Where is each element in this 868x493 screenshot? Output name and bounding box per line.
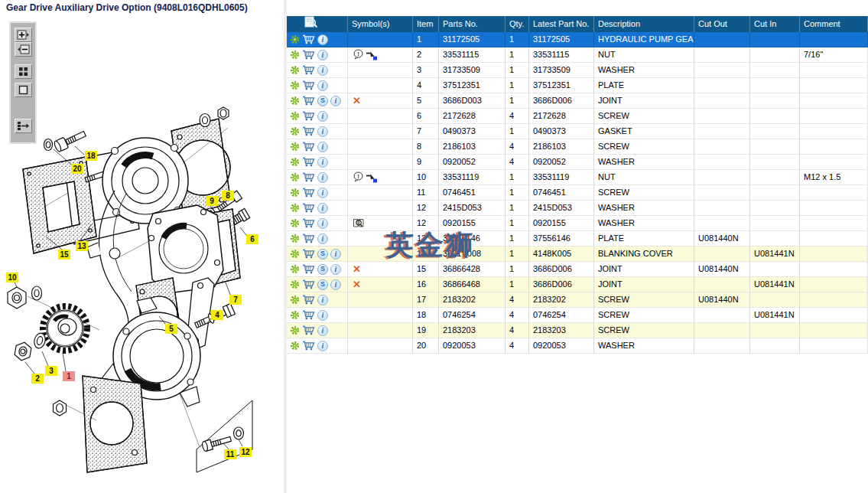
header-comment[interactable]: Comment: [800, 16, 868, 32]
header-latest-part-no-[interactable]: Latest Part No.: [529, 16, 594, 32]
cart-icon[interactable]: [302, 65, 315, 75]
info-icon[interactable]: i: [317, 50, 328, 60]
diagram-item-label[interactable]: 1: [63, 371, 75, 381]
header-icons[interactable]: [287, 16, 348, 32]
info-icon[interactable]: i: [317, 325, 328, 336]
table-row[interactable]: Si✕153686642813686D006JOINTU081440N: [287, 262, 868, 277]
info-icon[interactable]: i: [317, 126, 328, 137]
table-row[interactable]: i8218610342186103SCREW: [287, 139, 868, 155]
gear-icon[interactable]: [290, 126, 300, 136]
table-row[interactable]: i131172505131172505HYDRAULIC PUMP GEAR: [287, 32, 868, 47]
table-row[interactable]: i6217262842172628SCREW: [287, 109, 868, 124]
info-icon[interactable]: i: [317, 341, 328, 351]
cart-icon[interactable]: [302, 341, 315, 351]
table-row[interactable]: i122415D05312415D053WASHER: [287, 201, 868, 216]
cart-icon[interactable]: [302, 172, 315, 182]
page-lookup-icon[interactable]: [304, 16, 318, 28]
gear-icon[interactable]: [290, 249, 300, 259]
header-cut-out[interactable]: Cut Out: [694, 16, 750, 32]
tile-view-button[interactable]: [15, 64, 32, 79]
table-row[interactable]: i9092005240920052WASHER: [287, 155, 868, 170]
gear-icon[interactable]: [290, 218, 300, 228]
header-qty-[interactable]: Qty.: [506, 16, 529, 32]
gear-icon[interactable]: [290, 142, 300, 152]
cart-icon[interactable]: [302, 310, 315, 320]
diagram-item-label[interactable]: 7: [229, 295, 242, 305]
diagram-item-label[interactable]: 12: [239, 447, 252, 457]
table-row[interactable]: i17218320242183202SCREWU081440N: [287, 292, 868, 308]
diagram-item-label[interactable]: 9: [206, 196, 218, 206]
info-icon[interactable]: i: [317, 188, 328, 198]
cart-icon[interactable]: [302, 188, 315, 198]
info-icon[interactable]: i: [317, 218, 328, 229]
gear-icon[interactable]: [290, 96, 300, 106]
gear-icon[interactable]: [290, 50, 300, 60]
zoom-out-button[interactable]: [15, 42, 32, 57]
info-icon[interactable]: i: [330, 96, 341, 106]
gear-icon[interactable]: [290, 341, 300, 351]
cart-icon[interactable]: [302, 218, 315, 228]
info-icon[interactable]: i: [317, 65, 328, 76]
diagram-item-label[interactable]: 11: [224, 449, 236, 459]
gear-icon[interactable]: [290, 157, 300, 167]
cart-icon[interactable]: [302, 279, 315, 289]
diagram-item-label[interactable]: 13: [76, 241, 88, 251]
diagram-item-label[interactable]: 4: [211, 310, 223, 320]
zoom-in-button[interactable]: [15, 28, 32, 42]
drawing-area[interactable]: 18201315109867542311112: [0, 16, 284, 493]
header-symbol-s-[interactable]: Symbol(s): [348, 16, 413, 32]
header-cut-in[interactable]: Cut In: [750, 16, 800, 32]
table-row[interactable]: Si✕53686D00313686D006JOINT: [287, 93, 868, 109]
substitute-icon[interactable]: S: [317, 249, 328, 260]
gear-icon[interactable]: [290, 188, 300, 198]
gear-icon[interactable]: [290, 172, 300, 182]
info-icon[interactable]: i: [317, 203, 328, 214]
cart-icon[interactable]: [302, 325, 315, 335]
info-icon[interactable]: i: [330, 279, 341, 290]
diagram-item-label[interactable]: 10: [6, 273, 18, 282]
cart-icon[interactable]: [302, 80, 315, 90]
info-icon[interactable]: i: [317, 295, 328, 305]
cart-icon[interactable]: [302, 50, 315, 60]
diagram-item-label[interactable]: 2: [31, 374, 44, 384]
cart-icon[interactable]: [302, 96, 315, 106]
gear-icon[interactable]: [290, 279, 300, 289]
info-icon[interactable]: i: [317, 310, 328, 321]
table-row[interactable]: Si✕163686646813686D006JOINTU081441N: [287, 277, 868, 292]
info-icon[interactable]: i: [317, 80, 328, 91]
table-row[interactable]: i19218320342183203SCREW: [287, 323, 868, 338]
cart-icon[interactable]: [302, 233, 315, 243]
cart-icon[interactable]: [302, 34, 315, 44]
cart-icon[interactable]: [302, 203, 315, 213]
gear-icon[interactable]: [290, 34, 300, 44]
cart-icon[interactable]: [302, 264, 315, 274]
gear-icon[interactable]: [290, 80, 300, 90]
gear-icon[interactable]: [290, 203, 300, 213]
header-description[interactable]: Description: [594, 16, 694, 32]
info-icon[interactable]: i: [330, 264, 341, 275]
cart-icon[interactable]: [302, 157, 315, 167]
info-icon[interactable]: i: [317, 34, 328, 45]
table-row[interactable]: i7049037310490373GASKET: [287, 124, 868, 139]
cart-icon[interactable]: [302, 111, 315, 121]
header-item[interactable]: Item: [413, 16, 439, 32]
cart-icon[interactable]: [302, 249, 315, 259]
diagram-item-label[interactable]: 15: [58, 250, 70, 260]
gear-icon[interactable]: [290, 65, 300, 75]
cart-icon[interactable]: [302, 142, 315, 152]
table-row[interactable]: i437512351137512351PLATE: [287, 78, 868, 93]
cart-icon[interactable]: [302, 295, 315, 305]
substitute-icon[interactable]: S: [317, 96, 328, 106]
gear-icon[interactable]: [290, 310, 300, 320]
info-icon[interactable]: i: [317, 142, 328, 152]
diagram-item-label[interactable]: 20: [71, 164, 83, 174]
gear-icon[interactable]: [290, 295, 300, 305]
gear-icon[interactable]: [290, 325, 300, 335]
fit-view-button[interactable]: [15, 83, 32, 97]
substitute-icon[interactable]: S: [317, 264, 328, 275]
diagram-item-label[interactable]: 5: [165, 324, 177, 334]
table-row[interactable]: Si143621V00814148K005BLANKING COVERU0814…: [287, 246, 868, 262]
gear-icon[interactable]: [290, 111, 300, 121]
diagram-item-label[interactable]: 8: [222, 191, 234, 201]
gear-icon[interactable]: [290, 233, 300, 243]
